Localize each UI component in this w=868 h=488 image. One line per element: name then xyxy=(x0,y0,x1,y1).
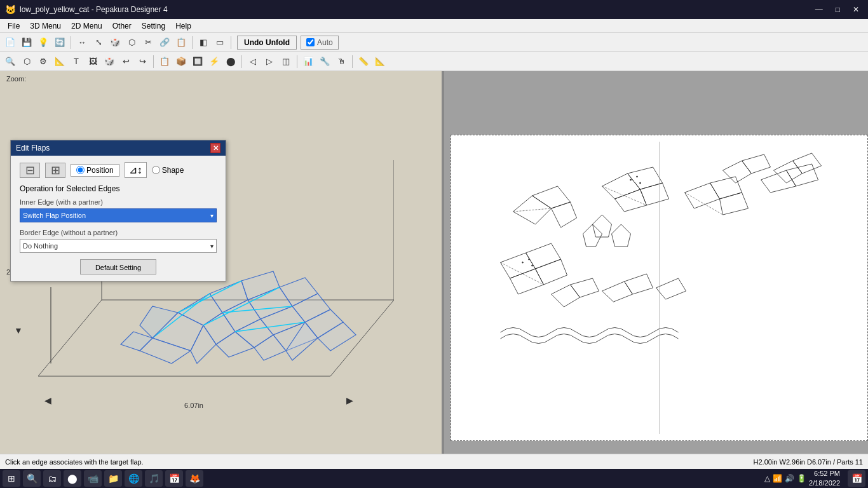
panel-2d[interactable] xyxy=(444,71,868,454)
titlebar-left: 🐱 low_poly_yellow_cat - Pepakura Designe… xyxy=(5,4,168,15)
menu-2dmenu[interactable]: 2D Menu xyxy=(66,20,107,32)
taskbar-volume-icon[interactable]: 🔊 xyxy=(785,474,794,483)
auto-button[interactable]: Auto xyxy=(301,36,339,50)
image-button[interactable]: 🖼 xyxy=(85,54,100,69)
menu-help[interactable]: Help xyxy=(170,20,196,32)
redo-button[interactable]: ↪ xyxy=(135,54,150,69)
box-button[interactable]: 📦 xyxy=(173,54,189,69)
link-button[interactable]: 🔗 xyxy=(157,35,172,50)
move-button[interactable]: ↔ xyxy=(74,35,90,50)
angle-button[interactable]: 📐 xyxy=(372,54,388,69)
taskbar-app-7[interactable]: 🦊 xyxy=(186,470,203,487)
svg-marker-52 xyxy=(612,224,631,247)
rotate-button[interactable]: 🔄 xyxy=(52,35,67,50)
toolbar2-sep-4 xyxy=(352,55,353,68)
shape-radio[interactable] xyxy=(152,166,160,174)
cursor-button[interactable]: 🖱 xyxy=(334,54,349,69)
taskbar-calendar-button[interactable]: 📅 xyxy=(848,470,865,487)
border-edge-value: Do Nothing xyxy=(23,242,58,250)
maximize-button[interactable]: □ xyxy=(832,4,844,15)
position-label: Position xyxy=(86,166,114,175)
inner-edge-dropdown[interactable]: Switch Flap Position ▾ xyxy=(20,208,217,222)
new-button[interactable]: 📄 xyxy=(3,35,18,50)
view-button[interactable]: ▭ xyxy=(212,35,227,50)
panel-right-button[interactable]: ▷ xyxy=(262,54,277,69)
shape-button[interactable]: ⬡ xyxy=(124,35,139,50)
dialog-title: Edit Flaps xyxy=(16,144,50,152)
dot-button[interactable]: ⬤ xyxy=(223,54,238,69)
settings-button[interactable]: ⚙ xyxy=(36,54,51,69)
undo-unfold-button[interactable]: Undo Unfold xyxy=(237,36,297,50)
svg-marker-50 xyxy=(583,224,602,247)
dialog-tab-icon-2[interactable]: ⊞ xyxy=(45,163,65,178)
start-button[interactable]: ⊞ xyxy=(3,470,20,487)
svg-marker-45 xyxy=(787,164,818,186)
panel-3d[interactable]: Zoom: xyxy=(0,71,442,454)
titlebar-title: low_poly_yellow_cat - Pepakura Designer … xyxy=(20,5,168,14)
menu-3dmenu[interactable]: 3D Menu xyxy=(25,20,66,32)
shape-radio-option[interactable]: Shape xyxy=(152,166,184,175)
save-button[interactable]: 💾 xyxy=(19,35,34,50)
taskbar-notification-icon[interactable]: △ xyxy=(764,474,770,483)
minimize-button[interactable]: — xyxy=(811,4,827,15)
menu-other[interactable]: Other xyxy=(107,20,137,32)
svg-line-0 xyxy=(38,300,102,376)
svg-point-70 xyxy=(637,176,638,177)
border-edge-dropdown[interactable]: Do Nothing ▾ xyxy=(20,239,217,253)
svg-marker-48 xyxy=(536,259,567,285)
chart-button[interactable]: 📊 xyxy=(301,54,316,69)
taskbar-app-4[interactable]: 🌐 xyxy=(125,470,142,487)
panel-both-button[interactable]: ◫ xyxy=(278,54,294,69)
scale-button[interactable]: ⤡ xyxy=(91,35,106,50)
edit-flaps-dialog: Edit Flaps ✕ ⊟ ⊞ Position ⊿↕ xyxy=(10,140,226,281)
grid-button[interactable]: 🔲 xyxy=(190,54,205,69)
ruler-button[interactable]: 📏 xyxy=(356,54,371,69)
join-button[interactable]: 📋 xyxy=(157,54,172,69)
taskbar-app-1[interactable]: ⬤ xyxy=(64,470,81,487)
paper-pattern xyxy=(451,135,867,440)
text-button[interactable]: T xyxy=(69,54,84,69)
close-button[interactable]: ✕ xyxy=(849,4,863,15)
cut-button[interactable]: ✂ xyxy=(140,35,156,50)
task-view-button[interactable]: 🗂 xyxy=(43,470,61,487)
svg-marker-61 xyxy=(552,285,580,307)
section-label: Operation for Selected Edges xyxy=(20,184,217,193)
select-button[interactable]: ⬡ xyxy=(19,54,34,69)
taskbar-clock[interactable]: 6:52 PM 2/18/2022 xyxy=(809,469,845,488)
dialog-tab-icon-1[interactable]: ⊟ xyxy=(20,163,40,178)
light-button[interactable]: 💡 xyxy=(36,35,51,50)
taskbar-app-2[interactable]: 📹 xyxy=(84,470,102,487)
inner-edge-value: Switch Flap Position xyxy=(23,212,86,219)
taskbar: ⊞ 🔍 🗂 ⬤ 📹 📁 🌐 🎵 📅 🦊 △ 📶 🔊 🔋 6:52 PM 2/18… xyxy=(0,469,868,488)
clipboard-button[interactable]: 📋 xyxy=(173,35,189,50)
statusbar-left: Click an edge associates with the target… xyxy=(5,458,144,466)
position-radio-option[interactable]: Position xyxy=(76,166,114,175)
tool-button[interactable]: 🔧 xyxy=(317,54,332,69)
dim-width-arrow-right: ▶ xyxy=(346,395,353,405)
lightning-button[interactable]: ⚡ xyxy=(207,54,222,69)
zoom-label: Zoom: xyxy=(6,75,26,83)
position-radio[interactable] xyxy=(76,166,85,174)
auto-checkbox[interactable] xyxy=(306,38,315,46)
3d-button[interactable]: 🎲 xyxy=(102,54,117,69)
taskbar-battery-icon[interactable]: 🔋 xyxy=(797,474,806,483)
dialog-content: ⊟ ⊞ Position ⊿↕ Shape xyxy=(11,156,226,281)
cube-button[interactable]: 🎲 xyxy=(107,35,123,50)
svg-marker-64 xyxy=(625,274,653,294)
default-setting-button[interactable]: Default Setting xyxy=(80,259,156,274)
taskbar-app-5[interactable]: 🎵 xyxy=(145,470,163,487)
menu-setting[interactable]: Setting xyxy=(137,20,170,32)
taskbar-app-3[interactable]: 📁 xyxy=(104,470,122,487)
taskbar-wifi-icon[interactable]: 📶 xyxy=(773,474,782,483)
taskbar-app-6[interactable]: 📅 xyxy=(165,470,183,487)
menu-file[interactable]: File xyxy=(3,20,25,32)
search-button[interactable]: 🔍 xyxy=(23,470,41,487)
dialog-close-button[interactable]: ✕ xyxy=(210,143,220,153)
measure-button[interactable]: 📐 xyxy=(52,54,67,69)
split-view-button[interactable]: ◧ xyxy=(196,35,211,50)
svg-marker-41 xyxy=(685,183,720,208)
panel-left-button[interactable]: ◁ xyxy=(245,54,261,69)
undo-button[interactable]: ↩ xyxy=(118,54,133,69)
zoom-button[interactable]: 🔍 xyxy=(3,54,18,69)
toolbar2-sep-2 xyxy=(241,55,242,68)
